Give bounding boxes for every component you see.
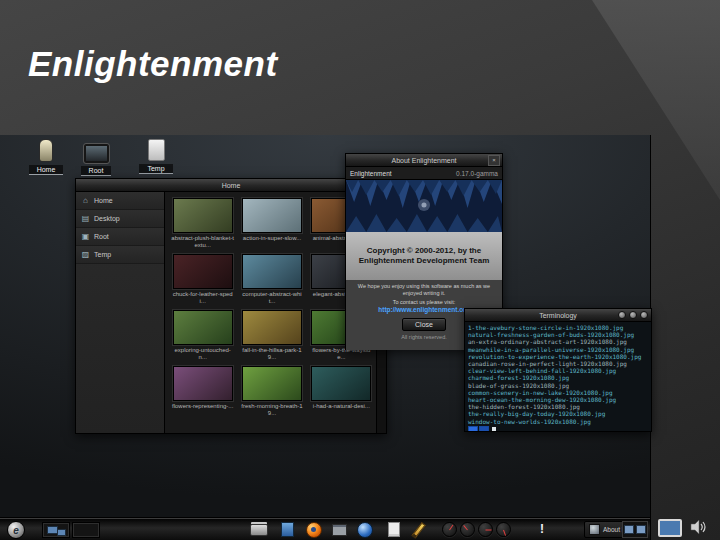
network-gauge-icon[interactable]: [478, 522, 493, 537]
terminal-line: charmed-forest-1920x1080.jpg: [468, 374, 648, 381]
close-icon[interactable]: ×: [488, 155, 500, 166]
temperature-gauge-icon[interactable]: [460, 522, 475, 537]
file-item[interactable]: fresh-morning-breath-19...: [238, 366, 305, 420]
sidebar-item-label: Temp: [94, 251, 111, 258]
file-item[interactable]: computer-abstract-whit...: [238, 254, 305, 308]
file-caption: action-in-super-slow...: [240, 235, 304, 249]
maximize-icon[interactable]: [629, 311, 637, 319]
file-caption: flowers-representing-...: [171, 403, 235, 417]
terminal-line: blade-of-grass-1920x1080.jpg: [468, 382, 648, 389]
terminal-line: canadian-rose-in-perfect-light-1920x1080…: [468, 360, 648, 367]
icon-tray[interactable]: [622, 521, 648, 538]
about-titlebar[interactable]: About Enlightenment ×: [346, 154, 502, 167]
media-preview-icon[interactable]: [658, 519, 682, 537]
file-caption: fresh-morning-breath-19...: [240, 403, 304, 417]
pager-desktop-2[interactable]: [72, 522, 100, 538]
desktop-icon-label: Home: [29, 165, 64, 175]
terminal-output[interactable]: 1-the-avebury-stone-circle-in-1920x1080.…: [465, 322, 651, 431]
app-name: Enlightenment: [350, 170, 392, 177]
file-manager-window[interactable]: Home ⌂ Home ▤ Desktop ▣ Root: [75, 178, 387, 434]
file-manager-titlebar[interactable]: Home: [76, 179, 386, 192]
file-manager-body: ⌂ Home ▤ Desktop ▣ Root ▨ Temp: [76, 192, 386, 433]
file-manager-sidebar: ⌂ Home ▤ Desktop ▣ Root ▨ Temp: [76, 192, 165, 433]
terminal-line: heart-ocean-the-morning-dew-1920x1080.jp…: [468, 396, 648, 403]
sidebar-item-home[interactable]: ⌂ Home: [76, 192, 164, 210]
file-item[interactable]: i-had-a-natural-desi...: [308, 366, 375, 420]
terminal-line: natural-freshness-garden-of-buds-1920x10…: [468, 331, 648, 338]
pager-desktop-1[interactable]: [42, 522, 70, 538]
presentation-slide: Enlightenment Home Root Temp Home ⌂ H: [0, 0, 720, 540]
close-button[interactable]: Close: [402, 318, 446, 331]
drive-icon: ▣: [81, 232, 90, 241]
about-header: Enlightenment 0.17.0-gamma: [346, 167, 502, 180]
file-thumbnail: [311, 366, 371, 401]
warning-icon[interactable]: !: [540, 521, 544, 537]
sidebar-item-root[interactable]: ▣ Root: [76, 228, 164, 246]
window-title: About Enlightenment: [392, 157, 457, 164]
cpu-gauge-icon[interactable]: [442, 522, 457, 537]
terminal-window[interactable]: Terminology 1-the-avebury-stone-circle-i…: [464, 308, 652, 432]
file-item[interactable]: chuck-for-leather-spedi...: [169, 254, 236, 308]
text-file-icon[interactable]: [388, 522, 400, 537]
window-title: Home: [222, 182, 241, 189]
prompt-block-icon: [479, 426, 489, 431]
file-item[interactable]: action-in-super-slow...: [238, 198, 305, 252]
tray-window-icon: [636, 525, 646, 534]
file-caption: i-had-a-natural-desi...: [309, 403, 373, 417]
about-message: We hope you enjoy using this software as…: [351, 283, 497, 297]
tray-window-icon: [624, 525, 634, 534]
slide-title: Enlightenment: [28, 44, 278, 84]
start-menu-button[interactable]: e: [7, 521, 25, 539]
sidebar-item-desktop[interactable]: ▤ Desktop: [76, 210, 164, 228]
window-title: Terminology: [539, 312, 577, 319]
terminal-line: revolution-to-experience-the-earth-1920x…: [468, 353, 648, 360]
terminal-titlebar[interactable]: Terminology: [465, 309, 651, 322]
sidebar-item-label: Root: [94, 233, 109, 240]
file-item[interactable]: abstract-plush-blanket-textu...: [169, 198, 236, 252]
file-thumbnail: [242, 198, 302, 233]
file-caption: abstract-plush-blanket-textu...: [171, 235, 235, 249]
speaker-icon[interactable]: [690, 519, 708, 535]
home-icon: [39, 139, 53, 162]
window-manager-icon[interactable]: [332, 524, 347, 536]
file-thumbnail: [242, 254, 302, 289]
task-app-icon: [589, 524, 600, 535]
mixer-gauge-icon[interactable]: [496, 522, 511, 537]
terminal-line: the-really-big-day-today-1920x1080.jpg: [468, 410, 648, 417]
desktop-icon-label: Temp: [139, 164, 172, 174]
pager-window: [57, 529, 66, 536]
desktop-icon-root[interactable]: Root: [66, 139, 126, 176]
printer-icon[interactable]: [250, 524, 268, 536]
folder-icon: ▨: [81, 250, 90, 259]
desktop-icon-temp[interactable]: Temp: [126, 139, 186, 174]
file-thumbnail: [173, 254, 233, 289]
minimize-icon[interactable]: [618, 311, 626, 319]
copyright-text: Copyright © 2000-2012, by the Enlightenm…: [346, 232, 502, 280]
desktop-screenshot[interactable]: Home Root Temp Home ⌂ Home ▤: [0, 135, 651, 540]
globe-browser-icon[interactable]: [357, 522, 373, 538]
shelf-taskbar: e ! About Enl...: [0, 517, 650, 540]
sidebar-item-label: Home: [94, 197, 113, 204]
file-thumbnail: [173, 310, 233, 345]
root-icon: [84, 144, 109, 163]
terminal-prompt[interactable]: [468, 426, 648, 431]
firefox-icon[interactable]: [306, 522, 322, 538]
enlightenment-logo: [346, 180, 502, 232]
window-buttons: [618, 311, 648, 319]
file-thumbnail: [242, 310, 302, 345]
close-icon[interactable]: [640, 311, 648, 319]
pencil-icon[interactable]: [411, 522, 425, 538]
terminal-line: 1-the-avebury-stone-circle-in-1920x1080.…: [468, 324, 648, 331]
file-item[interactable]: fall-in-the-hillsa-park-19...: [238, 310, 305, 364]
terminal-line: an-extra-ordinary-abstract-art-1920x1080…: [468, 338, 648, 345]
terminal-cursor: [492, 427, 496, 431]
document-icon[interactable]: [281, 522, 294, 537]
desktop-icon: ▤: [81, 214, 90, 223]
desktop-icon-label: Root: [81, 166, 112, 176]
file-item[interactable]: flowers-representing-...: [169, 366, 236, 420]
sidebar-item-temp[interactable]: ▨ Temp: [76, 246, 164, 264]
file-caption: exploring-untouched-n...: [171, 347, 235, 361]
terminal-line: clear-view-left-behind-fall-1920x1080.jp…: [468, 367, 648, 374]
file-thumbnail: [173, 366, 233, 401]
file-item[interactable]: exploring-untouched-n...: [169, 310, 236, 364]
